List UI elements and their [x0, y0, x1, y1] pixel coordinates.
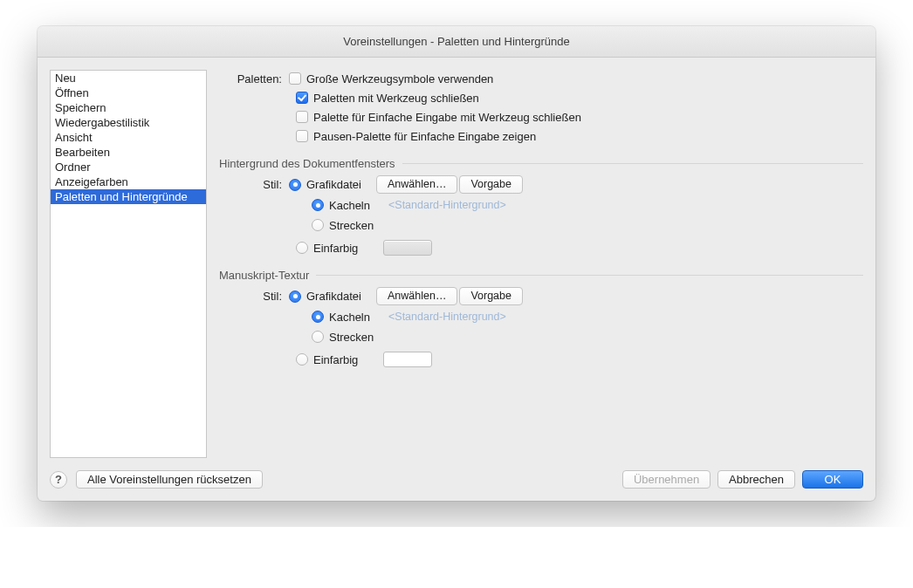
ok-button[interactable]: OK — [802, 470, 863, 489]
manuscript-tile-label: Kacheln — [329, 311, 383, 324]
background-stretch-radio[interactable] — [312, 219, 324, 231]
sidebar-item-view[interactable]: Ansicht — [51, 130, 206, 145]
manuscript-color-swatch[interactable] — [383, 352, 432, 367]
manuscript-tile-radio[interactable] — [312, 311, 324, 323]
manuscript-stretch-label: Strecken — [329, 331, 374, 344]
sidebar-item-playback[interactable]: Wiedergabestilistik — [51, 115, 206, 130]
sidebar-item-new[interactable]: Neu — [51, 71, 206, 85]
background-graphic-label: Grafikdatei — [306, 178, 376, 191]
large-tool-symbols-label: Große Werkzeugsymbole verwenden — [306, 72, 493, 85]
close-simple-entry-palette-label: Palette für Einfache Eingabe mit Werkzeu… — [313, 111, 581, 124]
sidebar-item-folders[interactable]: Ordner — [51, 160, 206, 174]
settings-pane: Paletten: Große Werkzeugsymbole verwende… — [219, 70, 863, 458]
manuscript-graphic-radio[interactable] — [289, 291, 301, 303]
background-style-label: Stil: — [219, 178, 289, 191]
background-section-header: Hintergrund des Dokumentfensters — [219, 157, 863, 170]
sidebar-item-display-colors[interactable]: Anzeigefarben — [51, 174, 206, 189]
background-graphic-radio[interactable] — [289, 179, 301, 191]
manuscript-style-label: Stil: — [219, 290, 289, 303]
background-solid-radio[interactable] — [296, 242, 308, 254]
sidebar-item-open[interactable]: Öffnen — [51, 85, 206, 100]
sidebar-item-edit[interactable]: Bearbeiten — [51, 145, 206, 160]
background-color-swatch[interactable] — [383, 240, 432, 256]
manuscript-select-button[interactable]: Anwählen… — [376, 287, 457, 305]
manuscript-solid-radio[interactable] — [296, 353, 308, 366]
apply-button[interactable]: Übernehmen — [622, 470, 710, 489]
category-sidebar[interactable]: Neu Öffnen Speichern Wiedergabestilistik… — [50, 70, 207, 458]
background-tile-label: Kacheln — [329, 199, 383, 212]
sidebar-item-palettes[interactable]: Paletten und Hintergründe — [51, 189, 206, 204]
manuscript-solid-label: Einfarbig — [313, 353, 383, 366]
window-title: Voreinstellungen - Paletten und Hintergr… — [38, 26, 875, 58]
preferences-window: Voreinstellungen - Paletten und Hintergr… — [38, 26, 875, 501]
manuscript-graphic-label: Grafikdatei — [306, 290, 376, 303]
manuscript-file-hint: <Standard-Hintergrund> — [388, 311, 506, 323]
cancel-button[interactable]: Abbrechen — [717, 470, 795, 489]
manuscript-stretch-radio[interactable] — [312, 331, 324, 343]
reset-all-button[interactable]: Alle Voreinstellungen rücksetzen — [76, 470, 263, 489]
background-file-hint: <Standard-Hintergrund> — [388, 199, 506, 211]
manuscript-section-header: Manuskript-Textur — [219, 269, 863, 282]
background-select-button[interactable]: Anwählen… — [376, 175, 457, 194]
background-default-button[interactable]: Vorgabe — [459, 175, 523, 194]
divider — [402, 163, 863, 164]
background-tile-radio[interactable] — [312, 199, 324, 211]
close-simple-entry-palette-checkbox[interactable] — [296, 111, 308, 123]
dialog-footer: ? Alle Voreinstellungen rücksetzen Übern… — [38, 458, 875, 501]
background-stretch-label: Strecken — [329, 219, 374, 232]
palettes-label: Paletten: — [219, 72, 289, 85]
manuscript-default-button[interactable]: Vorgabe — [459, 287, 523, 305]
show-rests-palette-checkbox[interactable] — [296, 130, 308, 142]
background-solid-label: Einfarbig — [313, 242, 383, 255]
close-palettes-with-tool-label: Paletten mit Werkzeug schließen — [313, 92, 479, 105]
sidebar-item-save[interactable]: Speichern — [51, 100, 206, 115]
help-button[interactable]: ? — [50, 471, 67, 489]
large-tool-symbols-checkbox[interactable] — [289, 72, 301, 85]
show-rests-palette-label: Pausen-Palette für Einfache Eingabe zeig… — [313, 130, 536, 143]
divider — [316, 275, 863, 276]
close-palettes-with-tool-checkbox[interactable] — [296, 92, 308, 104]
